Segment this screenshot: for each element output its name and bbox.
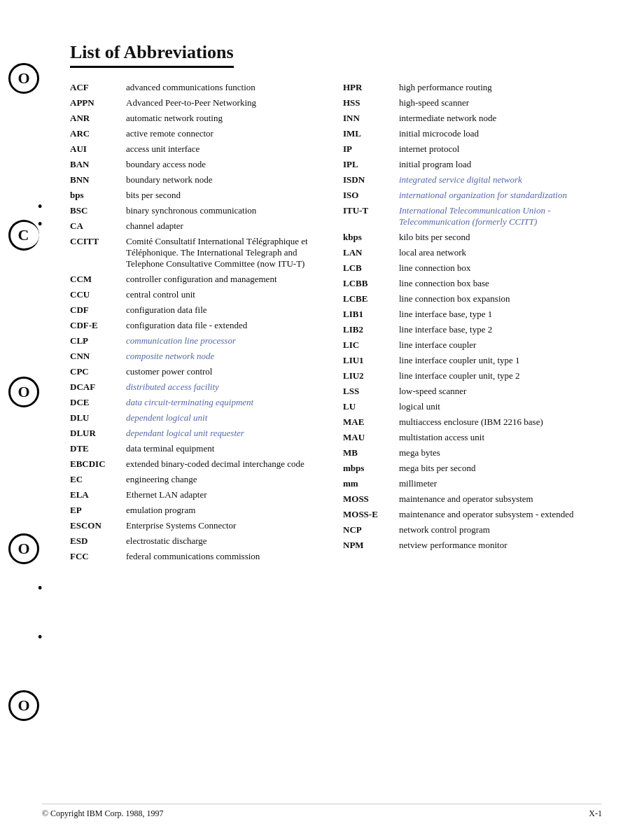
- footer: © Copyright IBM Corp. 1988, 1997 X-1: [42, 804, 602, 819]
- circle-icon-2: C: [8, 220, 39, 251]
- abbr-def: emulation program: [126, 505, 329, 516]
- abbr-def: multistation access unit: [399, 432, 602, 443]
- abbr-term: MAU: [343, 432, 399, 443]
- content-area: ACFadvanced communications functionAPPNA…: [42, 82, 602, 566]
- list-item: LUlogical unit: [343, 401, 602, 412]
- abbr-def: extended binary-coded decimal interchang…: [126, 458, 329, 470]
- footer-page: X-1: [589, 808, 602, 819]
- circle-icon-3: O: [8, 377, 39, 407]
- list-item: ANRautomatic network routing: [70, 113, 329, 124]
- abbr-term: MAE: [343, 416, 399, 428]
- abbr-term: MOSS: [343, 493, 399, 505]
- abbr-term: DTE: [70, 443, 126, 454]
- list-item: ACFadvanced communications function: [70, 82, 329, 93]
- list-item: LCBEline connection box expansion: [343, 293, 602, 304]
- abbr-term: ITU-T: [343, 205, 399, 216]
- abbr-def: federal communications commission: [126, 551, 329, 562]
- abbr-term: LIB1: [343, 309, 399, 320]
- abbr-term: APPN: [70, 97, 126, 108]
- abbr-term: CDF-E: [70, 320, 126, 331]
- abbr-def: high performance routing: [399, 82, 602, 93]
- abbr-def: maintenance and operator subsystem: [399, 493, 602, 505]
- abbr-term: CPC: [70, 366, 126, 377]
- list-item: CPCcustomer power control: [70, 366, 329, 377]
- list-item: IPLinitial program load: [343, 159, 602, 170]
- abbr-def: initial program load: [399, 159, 602, 170]
- list-item: DLURdependant logical unit requester: [70, 428, 329, 439]
- abbr-def: line interface coupler unit, type 2: [399, 370, 602, 382]
- circle-icon-1: O: [8, 63, 39, 94]
- abbr-def: bits per second: [126, 190, 329, 201]
- abbr-def: intermediate network node: [399, 113, 602, 124]
- list-item: FCCfederal communications commission: [70, 551, 329, 562]
- abbr-term: LIB2: [343, 324, 399, 335]
- abbr-term: ISO: [343, 190, 399, 201]
- abbr-term: LCBB: [343, 278, 399, 289]
- abbr-term: BSC: [70, 205, 126, 216]
- right-column: HPRhigh performance routingHSShigh-speed…: [343, 82, 602, 566]
- abbr-term: CLP: [70, 335, 126, 346]
- abbr-def: distributed access facility: [126, 382, 329, 393]
- abbr-term: CDF: [70, 304, 126, 316]
- abbr-def: data terminal equipment: [126, 443, 329, 454]
- list-item: MBmega bytes: [343, 447, 602, 458]
- abbr-term: ESD: [70, 536, 126, 547]
- list-item: APPNAdvanced Peer-to-Peer Networking: [70, 97, 329, 108]
- abbr-def: mega bits per second: [399, 463, 602, 474]
- abbr-term: DCE: [70, 397, 126, 408]
- abbr-def: engineering change: [126, 474, 329, 485]
- list-item: mmmillimeter: [343, 478, 602, 489]
- list-item: ESCONEnterprise Systems Connector: [70, 520, 329, 531]
- abbr-term: LCBE: [343, 293, 399, 304]
- list-item: IPinternet protocol: [343, 144, 602, 155]
- abbr-def: integrated service digital network: [399, 174, 602, 186]
- list-item: MOSSmaintenance and operator subsystem: [343, 493, 602, 505]
- dot-marker-2: •: [38, 217, 42, 232]
- header-section: List of Abbreviations: [42, 21, 602, 68]
- abbr-term: LAN: [343, 247, 399, 258]
- abbr-def: high-speed scanner: [399, 97, 602, 108]
- abbr-term: ARC: [70, 128, 126, 139]
- list-item: CCMcontroller configuration and manageme…: [70, 274, 329, 285]
- list-item: LICline interface coupler: [343, 340, 602, 351]
- list-item: EPemulation program: [70, 505, 329, 516]
- list-item: BANboundary access node: [70, 159, 329, 170]
- list-item: LIU1line interface coupler unit, type 1: [343, 355, 602, 366]
- abbr-def: advanced communications function: [126, 82, 329, 93]
- abbr-def: data circuit-terminating equipment: [126, 397, 329, 408]
- abbr-def: electrostatic discharge: [126, 536, 329, 547]
- abbr-term: INN: [343, 113, 399, 124]
- abbr-term: MOSS-E: [343, 509, 399, 520]
- abbr-term: EBCDIC: [70, 458, 126, 470]
- abbr-def: International Telecommunication Union - …: [399, 205, 602, 227]
- list-item: ESDelectrostatic discharge: [70, 536, 329, 547]
- abbr-def: multiaccess enclosure (IBM 2216 base): [399, 416, 602, 428]
- abbr-term: ESCON: [70, 520, 126, 531]
- abbr-term: LSS: [343, 386, 399, 397]
- abbr-term: BAN: [70, 159, 126, 170]
- abbr-term: IPL: [343, 159, 399, 170]
- abbr-term: MB: [343, 447, 399, 458]
- abbr-term: LIC: [343, 340, 399, 351]
- dot-marker-4: •: [38, 630, 42, 645]
- abbr-term: EP: [70, 505, 126, 516]
- list-item: LIU2line interface coupler unit, type 2: [343, 370, 602, 382]
- abbr-def: central control unit: [126, 289, 329, 300]
- list-item: LANlocal area network: [343, 247, 602, 258]
- abbr-term: BNN: [70, 174, 126, 186]
- abbr-term: AUI: [70, 144, 126, 155]
- list-item: DCEdata circuit-terminating equipment: [70, 397, 329, 408]
- abbr-def: configuration data file - extended: [126, 320, 329, 331]
- abbr-def: line interface coupler unit, type 1: [399, 355, 602, 366]
- abbr-term: bps: [70, 190, 126, 201]
- abbr-term: CNN: [70, 351, 126, 362]
- abbr-term: LIU1: [343, 355, 399, 366]
- list-item: IMLinitial microcode load: [343, 128, 602, 139]
- abbr-term: ACF: [70, 82, 126, 93]
- abbr-def: access unit interface: [126, 144, 329, 155]
- list-item: CDFconfiguration data file: [70, 304, 329, 316]
- abbr-term: IP: [343, 144, 399, 155]
- abbr-def: dependant logical unit requester: [126, 428, 329, 439]
- abbr-term: DLUR: [70, 428, 126, 439]
- abbr-def: boundary access node: [126, 159, 329, 170]
